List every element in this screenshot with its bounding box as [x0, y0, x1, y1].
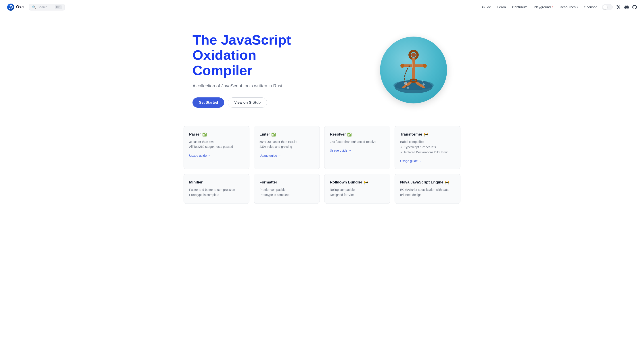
card-resolver-title: Resolver ✅	[330, 132, 384, 137]
card-nova-title: Nova JavaScript Engine 🚧	[400, 180, 455, 184]
svg-point-13	[422, 80, 423, 82]
twitter-link[interactable]	[616, 5, 621, 9]
svg-point-7	[400, 64, 404, 68]
nav-item-playground[interactable]: Playground ↗	[534, 5, 554, 9]
card-nova: Nova JavaScript Engine 🚧 ECMAScript spec…	[394, 174, 460, 204]
nav-right	[602, 4, 637, 10]
card-transformer-label: Transformer	[400, 132, 422, 137]
linter-status-icon: ✅	[271, 132, 276, 137]
card-formatter: Formatter Prettier compatible Prototype …	[254, 174, 320, 204]
card-linter: Linter ✅ 50~100x faster than ESLint 430+…	[254, 126, 320, 169]
transformer-check-2: Isolated Declarations DTS Emit	[400, 150, 455, 155]
svg-point-12	[422, 83, 425, 86]
card-transformer-title: Transformer 🚧	[400, 132, 455, 137]
rolldown-status-icon: 🚧	[364, 180, 368, 184]
card-formatter-desc: Prettier compatible Prototype is complet…	[260, 187, 314, 197]
card-rolldown-title: Rolldown Bundler 🚧	[330, 180, 384, 184]
nav-item-learn[interactable]: Learn	[497, 5, 506, 9]
svg-point-10	[404, 82, 407, 85]
card-nova-desc: ECMAScript specification with data-orien…	[400, 187, 455, 197]
card-resolver: Resolver ✅ 28x faster than enhanced-reso…	[324, 126, 390, 169]
card-formatter-title: Formatter	[260, 180, 314, 184]
card-transformer-desc: Babel compatible TypeScript / React JSX …	[400, 139, 455, 155]
linter-usage-link[interactable]: Usage guide →	[260, 154, 314, 157]
card-parser-title: Parser ✅	[189, 132, 244, 137]
card-rolldown: Rolldown Bundler 🚧 Rollup compatible Des…	[324, 174, 390, 204]
theme-toggle[interactable]	[602, 4, 613, 10]
card-minifier-label: Minifier	[189, 180, 202, 184]
navbar: Oxc 🔍 Search ⌘K Guide Learn Contribute P…	[0, 0, 644, 14]
cards-section: Parser ✅ 3x faster than swc All Test262 …	[166, 121, 478, 222]
github-link[interactable]	[632, 5, 637, 9]
resolver-status-icon: ✅	[347, 132, 352, 137]
hero-image	[376, 32, 452, 108]
nav-link-guide[interactable]: Guide	[482, 5, 491, 9]
card-minifier: Minifier Faster and better at compressio…	[184, 174, 250, 204]
cards-row-2: Minifier Faster and better at compressio…	[184, 174, 460, 204]
transformer-usage-link[interactable]: Usage guide →	[400, 159, 455, 163]
hero-buttons: Get Started View on GitHub	[192, 97, 318, 108]
chevron-down-icon: ▾	[576, 5, 578, 9]
search-kbd: ⌘K	[55, 5, 62, 9]
resolver-usage-link[interactable]: Usage guide →	[330, 149, 384, 152]
hero-subtitle: A collection of JavaScript tools written…	[192, 83, 318, 88]
theme-toggle-knob	[603, 5, 608, 9]
nav-link-sponsor[interactable]: Sponsor	[584, 5, 597, 9]
card-minifier-title: Minifier	[189, 180, 244, 184]
card-parser-label: Parser	[189, 132, 201, 137]
search-label: Search	[38, 5, 47, 9]
logo-icon	[7, 3, 14, 11]
github-button[interactable]: View on GitHub	[228, 97, 267, 108]
hero-content: The JavaScript Oxidation Compiler A coll…	[192, 32, 318, 108]
transformer-check-1: TypeScript / React JSX	[400, 145, 455, 150]
nav-links: Guide Learn Contribute Playground ↗ Reso…	[482, 5, 597, 9]
nova-status-icon: 🚧	[445, 180, 449, 184]
card-linter-label: Linter	[260, 132, 270, 137]
card-minifier-desc: Faster and better at compression Prototy…	[189, 187, 244, 197]
nav-item-resources[interactable]: Resources ▾	[560, 5, 578, 9]
card-nova-label: Nova JavaScript Engine	[400, 180, 444, 184]
svg-rect-6	[402, 64, 425, 67]
nav-dropdown-resources[interactable]: Resources ▾	[560, 5, 578, 9]
card-rolldown-label: Rolldown Bundler	[330, 180, 362, 184]
parser-usage-link[interactable]: Usage guide →	[189, 154, 244, 157]
card-parser: Parser ✅ 3x faster than swc All Test262 …	[184, 126, 250, 169]
nav-link-learn[interactable]: Learn	[497, 5, 506, 9]
hero-title: The JavaScript Oxidation Compiler	[192, 32, 318, 78]
get-started-button[interactable]: Get Started	[192, 97, 224, 108]
parser-status-icon: ✅	[202, 132, 207, 137]
svg-point-8	[423, 64, 427, 68]
search-icon: 🔍	[32, 5, 36, 9]
hero-section: The JavaScript Oxidation Compiler A coll…	[166, 14, 478, 121]
nav-item-sponsor[interactable]: Sponsor	[584, 5, 597, 9]
card-formatter-label: Formatter	[260, 180, 277, 184]
nav-item-guide[interactable]: Guide	[482, 5, 491, 9]
logo[interactable]: Oxc	[7, 3, 24, 11]
card-transformer: Transformer 🚧 Babel compatible TypeScrip…	[394, 126, 460, 169]
card-resolver-label: Resolver	[330, 132, 346, 137]
card-parser-desc: 3x faster than swc All Test262 stage4 te…	[189, 139, 244, 149]
cards-row-1: Parser ✅ 3x faster than swc All Test262 …	[184, 126, 460, 169]
transformer-status-icon: 🚧	[424, 132, 428, 137]
anchor-illustration	[380, 36, 447, 103]
discord-link[interactable]	[624, 5, 629, 9]
card-linter-desc: 50~100x faster than ESLint 430+ rules an…	[260, 139, 314, 149]
card-rolldown-desc: Rollup compatible Designed for Vite	[330, 187, 384, 197]
svg-point-4	[411, 53, 416, 57]
nav-item-contribute[interactable]: Contribute	[512, 5, 528, 9]
nav-link-playground[interactable]: Playground ↗	[534, 5, 554, 9]
card-resolver-desc: 28x faster than enhanced-resolve	[330, 139, 384, 144]
logo-text: Oxc	[16, 5, 24, 9]
search-box[interactable]: 🔍 Search ⌘K	[29, 4, 65, 10]
svg-point-11	[407, 87, 409, 89]
nav-link-contribute[interactable]: Contribute	[512, 5, 528, 9]
card-linter-title: Linter ✅	[260, 132, 314, 137]
